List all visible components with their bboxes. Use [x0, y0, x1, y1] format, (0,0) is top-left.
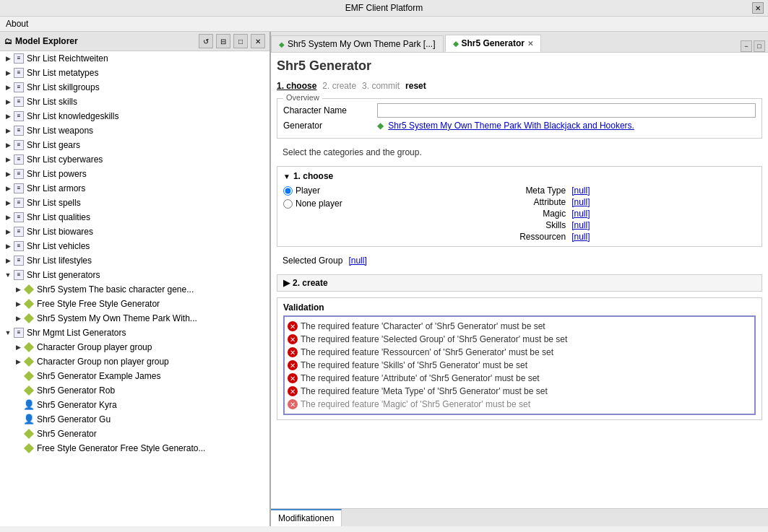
list-item[interactable]: ▼ ≡ Shr Mgmt List Generators — [0, 326, 269, 340]
list-item[interactable]: ▶ Character Group player group — [0, 340, 269, 354]
error-text-1: The required feature 'Selected Group' of… — [301, 334, 567, 344]
list-item[interactable]: ▶ ≡ Shr List gears — [0, 138, 269, 152]
list-item[interactable]: ▶ ≡ Shr List lifestyles — [0, 253, 269, 268]
diamond-green-icon — [23, 442, 35, 454]
character-name-input[interactable] — [377, 103, 756, 118]
player-radio[interactable] — [283, 186, 293, 196]
maximize-tab-button[interactable]: □ — [754, 40, 765, 52]
magic-label: Magic — [354, 209, 566, 219]
list-icon: ≡ — [13, 197, 25, 209]
sync-button[interactable]: ↺ — [199, 34, 213, 48]
list-item[interactable]: Free Style Generator Free Style Generato… — [0, 441, 269, 455]
generator-link[interactable]: Shr5 System My Own Theme Park With Black… — [388, 121, 634, 131]
selected-group-value[interactable]: [null] — [348, 256, 366, 266]
bottom-tab-bar: Modifikationen — [271, 508, 768, 526]
choose-title: 1. choose — [293, 171, 333, 181]
list-icon: ≡ — [13, 53, 25, 64]
generator-link-icon: ◆ — [377, 121, 384, 131]
list-item[interactable]: Shr5 Generator Example James — [0, 369, 269, 383]
expand-icon: ▶ — [13, 341, 23, 354]
expand-icon: ▶ — [3, 182, 13, 195]
tree-item-label: Shr List metatypes — [27, 66, 98, 79]
list-item[interactable]: ▶ ≡ Shr List skillgroups — [0, 80, 269, 95]
expand-icon: ▶ — [3, 167, 13, 180]
create-header[interactable]: ▶ 2. create — [277, 275, 761, 291]
step1-button[interactable]: 1. choose — [277, 81, 316, 91]
list-item[interactable]: ▶ Free Style Free Style Generator — [0, 297, 269, 311]
error-row-0: ✕ The required feature 'Character' of 'S… — [288, 320, 751, 333]
tree-item-label: Shr5 System My Own Theme Park With... — [37, 312, 197, 325]
none-player-radio-label: None player — [295, 199, 342, 209]
collapse-button[interactable]: ⊟ — [216, 34, 230, 48]
tab-close-button[interactable]: ✕ — [527, 40, 533, 48]
magic-value[interactable]: [null] — [571, 209, 756, 219]
page-title: Shr5 Generator — [277, 58, 762, 74]
validation-errors-list: ✕ The required feature 'Character' of 'S… — [283, 315, 756, 415]
model-explorer-icon: 🗂 — [4, 37, 12, 45]
list-item[interactable]: ▶ ≡ Shr List armors — [0, 181, 269, 196]
list-item[interactable]: ▶ ≡ Shr List powers — [0, 167, 269, 181]
list-icon: ≡ — [13, 327, 25, 339]
maximize-button[interactable]: □ — [233, 34, 248, 48]
model-explorer-title: Model Explorer — [15, 36, 78, 46]
tab-theme-park[interactable]: ◆ Shr5 System My Own Theme Park [...] — [271, 35, 444, 52]
list-item[interactable]: Shr5 Generator Rob — [0, 383, 269, 398]
person-red-icon: 👤 — [23, 399, 35, 411]
list-icon: ≡ — [13, 255, 25, 266]
diamond-green-icon — [23, 313, 35, 324]
character-name-row: Character Name — [283, 103, 756, 118]
list-item[interactable]: 👤 Shr5 Generator Gu — [0, 412, 269, 427]
error-text-0: The required feature 'Character' of 'Shr… — [301, 321, 545, 331]
choose-arrow-icon: ▼ — [283, 173, 290, 180]
skills-value[interactable]: [null] — [571, 220, 756, 230]
list-item[interactable]: ▶ Character Group non player group — [0, 354, 269, 369]
meta-type-value[interactable]: [null] — [571, 186, 756, 196]
minimize-tab-button[interactable]: − — [741, 40, 752, 52]
modifikationen-tab[interactable]: Modifikationen — [271, 509, 342, 526]
list-item[interactable]: ▶ ≡ Shr List qualities — [0, 210, 269, 224]
tree-item-label: Free Style Free Style Generator — [37, 297, 160, 310]
close-left-panel-button[interactable]: ✕ — [251, 34, 265, 48]
tab-shr5-generator[interactable]: ◆ Shr5 Generator ✕ — [445, 35, 541, 52]
none-player-radio[interactable] — [283, 199, 293, 209]
generator-label: Generator — [283, 121, 377, 131]
list-item[interactable]: ▶ ≡ Shr List vehicles — [0, 239, 269, 253]
attribute-value[interactable]: [null] — [571, 197, 756, 207]
list-item[interactable]: ▶ ≡ Shr List biowares — [0, 224, 269, 239]
none-player-radio-row: None player — [283, 199, 342, 209]
expand-icon: ▶ — [3, 196, 13, 209]
list-item[interactable]: ▶ ≡ Shr List skills — [0, 95, 269, 109]
tab-icon-theme-park: ◆ — [279, 40, 285, 48]
reset-button[interactable]: reset — [405, 81, 426, 91]
menu-about[interactable]: About — [6, 19, 28, 29]
tree-item-label: Shr List skillgroups — [27, 81, 100, 94]
list-item[interactable]: ▶ ≡ Shr List weapons — [0, 123, 269, 138]
tree-item-label: Shr List armors — [27, 182, 85, 195]
window-close-button[interactable]: ✕ — [752, 2, 764, 14]
choose-header[interactable]: ▼ 1. choose — [283, 171, 756, 181]
expand-icon: ▶ — [3, 139, 13, 152]
list-item[interactable]: ▶ ≡ Shr List knowledgeskills — [0, 109, 269, 123]
list-item[interactable]: ▼ ≡ Shr List generators — [0, 268, 269, 282]
tab-icon-shr5: ◆ — [453, 40, 459, 48]
list-item[interactable]: Shr5 Generator — [0, 427, 269, 441]
list-item[interactable]: ▶ ≡ Shr List Reichtweiten — [0, 51, 269, 66]
tab-bar: ◆ Shr5 System My Own Theme Park [...] ◆ … — [271, 32, 768, 53]
meta-type-label: Meta Type — [354, 186, 566, 196]
expand-icon: ▶ — [13, 312, 23, 325]
ressourcen-value[interactable]: [null] — [571, 232, 756, 242]
tab-label-theme-park: Shr5 System My Own Theme Park [...] — [288, 39, 436, 49]
list-item[interactable]: ▶ ≡ Shr List spells — [0, 196, 269, 210]
list-item[interactable]: ▶ Shr5 System My Own Theme Park With... — [0, 311, 269, 326]
list-item[interactable]: ▶ ≡ Shr List cyberwares — [0, 152, 269, 167]
error-text-4: The required feature 'Attribute' of 'Shr… — [301, 373, 540, 383]
create-section: ▶ 2. create — [277, 274, 762, 292]
expand-icon: ▶ — [3, 124, 13, 137]
error-row-4: ✕ The required feature 'Attribute' of 'S… — [288, 372, 751, 385]
list-item[interactable]: ▶ Shr5 System The basic character gene..… — [0, 282, 269, 297]
diamond-green-icon — [23, 341, 35, 353]
list-item[interactable]: ▶ ≡ Shr List metatypes — [0, 66, 269, 80]
content-area: Shr5 Generator 1. choose 2. create 3. co… — [271, 53, 768, 508]
list-icon: ≡ — [13, 125, 25, 136]
list-item[interactable]: 👤 Shr5 Generator Kyra — [0, 398, 269, 412]
